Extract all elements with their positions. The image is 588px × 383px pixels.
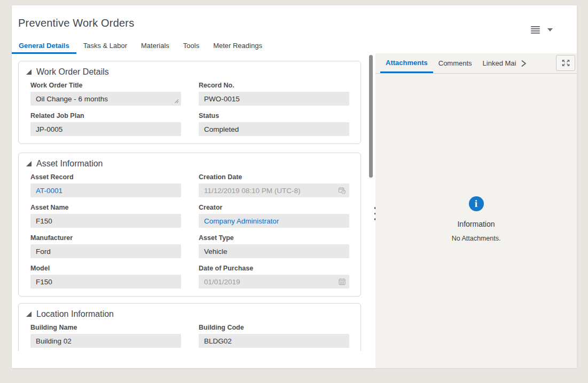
field-label: Manufacturer <box>30 234 181 242</box>
collapse-triangle-icon <box>26 312 32 317</box>
section-work-order-details: Work Order Details Work Order Title Oil … <box>18 61 361 144</box>
tab-tasks-labor[interactable]: Tasks & Labor <box>76 39 134 54</box>
tab-materials[interactable]: Materials <box>134 39 176 54</box>
field-label: Building Name <box>30 324 181 332</box>
vertical-scrollbar-thumb[interactable] <box>369 55 373 178</box>
hamburger-menu-icon[interactable] <box>531 26 540 34</box>
section-collapse-header[interactable]: Location Information <box>26 308 349 320</box>
field-label: Creator <box>199 204 349 212</box>
record-no-input[interactable]: PWO-0015 <box>199 92 349 106</box>
field-record-no: Record No. PWO-0015 <box>199 82 349 106</box>
field-label: Building Code <box>199 324 349 332</box>
empty-state-message: No Attachments. <box>452 235 501 242</box>
asset-name-input[interactable]: F150 <box>30 214 181 228</box>
tab-comments[interactable]: Comments <box>433 53 477 73</box>
expand-panel-button[interactable] <box>556 55 575 71</box>
calendar-clock-icon <box>338 187 346 195</box>
field-work-order-title: Work Order Title Oil Change - 6 months <box>30 82 181 106</box>
field-label: Asset Type <box>199 234 349 242</box>
expand-arrows-icon <box>561 59 571 67</box>
field-label: Status <box>199 112 349 120</box>
manufacturer-input[interactable]: Ford <box>30 244 181 258</box>
collapse-triangle-icon <box>26 69 32 75</box>
field-label: Record No. <box>199 82 349 90</box>
field-label: Date of Purchase <box>199 265 349 273</box>
form-scroll-area: Work Order Details Work Order Title Oil … <box>12 54 373 351</box>
textarea-resize-handle-icon[interactable] <box>174 99 179 103</box>
creation-date-value: 11/12/2019 08:10 PM (UTC-8) <box>204 187 301 195</box>
tab-meter-readings[interactable]: Meter Readings <box>206 39 269 54</box>
info-icon: i <box>469 196 484 211</box>
field-label: Asset Name <box>30 204 181 212</box>
section-title: Location Information <box>36 309 114 319</box>
main-tab-bar: General Details Tasks & Labor Materials … <box>12 39 269 54</box>
date-of-purchase-value: 01/01/2019 <box>204 278 240 286</box>
page-actions-menu[interactable] <box>531 26 553 34</box>
date-of-purchase-input: 01/01/2019 <box>199 275 349 289</box>
creator-link[interactable]: Company Administrator <box>199 214 349 228</box>
section-title: Work Order Details <box>36 67 109 77</box>
section-location-information: Location Information Building Name Build… <box>18 303 361 351</box>
calendar-icon <box>338 278 346 286</box>
creation-date-input: 11/12/2019 08:10 PM (UTC-8) <box>199 183 349 197</box>
field-asset-record: Asset Record AT-0001 <box>30 173 181 197</box>
asset-type-input[interactable]: Vehicle <box>199 244 349 258</box>
field-related-job-plan: Related Job Plan JP-0005 <box>30 112 181 136</box>
related-job-plan-input[interactable]: JP-0005 <box>30 122 181 136</box>
tab-linked-mail[interactable]: Linked Mai <box>477 53 517 73</box>
model-input[interactable]: F150 <box>30 275 181 289</box>
field-creator: Creator Company Administrator <box>199 204 349 228</box>
field-label: Work Order Title <box>30 82 181 90</box>
field-model: Model F150 <box>30 265 181 289</box>
panel-tab-bar: Attachments Comments Linked Mai <box>375 53 577 74</box>
attachments-panel: Attachments Comments Linked Mai i In <box>375 53 577 368</box>
screen: Preventive Work Orders General Details T… <box>0 0 588 383</box>
chevron-down-icon[interactable] <box>547 28 553 31</box>
collapse-triangle-icon <box>26 161 32 166</box>
section-collapse-header[interactable]: Asset Information <box>26 158 349 170</box>
tab-attachments[interactable]: Attachments <box>380 53 433 73</box>
status-input[interactable]: Completed <box>199 122 349 136</box>
field-label: Creation Date <box>199 173 349 181</box>
section-asset-information: Asset Information Asset Record AT-0001 C… <box>18 153 361 297</box>
work-order-title-textarea[interactable]: Oil Change - 6 months <box>30 92 181 106</box>
field-asset-name: Asset Name F150 <box>30 204 181 228</box>
section-collapse-header[interactable]: Work Order Details <box>26 66 349 78</box>
field-creation-date: Creation Date 11/12/2019 08:10 PM (UTC-8… <box>199 173 349 197</box>
asset-record-link[interactable]: AT-0001 <box>30 183 181 197</box>
field-label: Model <box>30 265 181 273</box>
tab-general-details[interactable]: General Details <box>12 39 76 54</box>
field-building-code: Building Code BLDG02 <box>199 324 349 348</box>
field-building-name: Building Name Building 02 <box>30 324 181 348</box>
section-title: Asset Information <box>36 159 103 169</box>
empty-state-title: Information <box>457 220 495 228</box>
field-label: Related Job Plan <box>30 112 181 120</box>
tab-overflow-chevron-right-icon[interactable] <box>517 53 530 73</box>
field-asset-type: Asset Type Vehicle <box>199 234 349 258</box>
building-name-input[interactable]: Building 02 <box>30 334 181 348</box>
page-title: Preventive Work Orders <box>18 17 134 29</box>
tab-tools[interactable]: Tools <box>176 39 206 54</box>
field-manufacturer: Manufacturer Ford <box>30 234 181 258</box>
building-code-input[interactable]: BLDG02 <box>199 334 349 348</box>
field-label: Asset Record <box>30 173 181 181</box>
field-date-of-purchase: Date of Purchase 01/01/2019 <box>199 265 349 289</box>
field-status: Status Completed <box>199 112 349 136</box>
attachments-empty-state: i Information No Attachments. <box>375 196 577 242</box>
